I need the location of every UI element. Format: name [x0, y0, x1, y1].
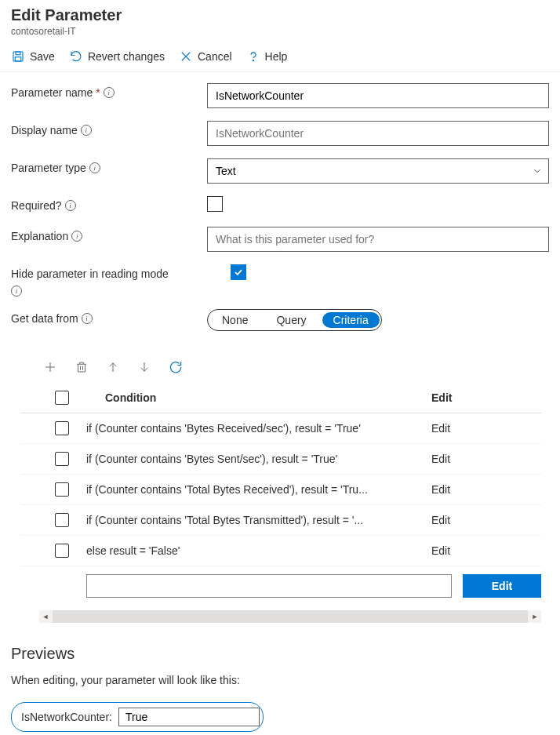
previews-heading: Previews [11, 645, 549, 663]
label-required: Required? [11, 199, 62, 212]
page-subtitle: contosoretail-IT [11, 26, 549, 37]
preview-pill-label: IsNetworkCounter: [21, 711, 112, 723]
label-parameter-name: Parameter name [11, 86, 93, 99]
previews-section: Previews When editing, your parameter wi… [0, 623, 560, 735]
row-parameter-type: Parameter type i [11, 158, 549, 184]
scroll-right-icon[interactable]: ► [529, 613, 541, 620]
form: Parameter name * i Display name i Parame… [0, 72, 560, 623]
required-star: * [96, 86, 100, 99]
table-row: if (Counter contains 'Total Bytes Receiv… [20, 475, 541, 505]
help-button[interactable]: Help [246, 49, 288, 64]
row-checkbox[interactable] [55, 421, 69, 435]
edit-button[interactable]: Edit [463, 574, 541, 598]
row-condition: if (Counter contains 'Bytes Received/sec… [86, 422, 431, 435]
row-checkbox[interactable] [55, 452, 69, 466]
col-edit-header: Edit [431, 391, 541, 404]
scrollbar-thumb[interactable] [53, 610, 528, 623]
label-get-data-from: Get data from [11, 312, 78, 325]
info-icon[interactable]: i [81, 125, 92, 136]
svg-point-3 [253, 60, 253, 61]
table-row: else result = 'False' Edit [20, 536, 541, 566]
scroll-left-icon[interactable]: ◄ [39, 613, 52, 620]
save-icon [11, 49, 25, 64]
row-required: Required? i [11, 196, 549, 214]
table-row: if (Counter contains 'Total Bytes Transm… [20, 505, 541, 536]
label-display-name: Display name [11, 124, 78, 136]
arrow-down-icon [137, 360, 151, 374]
row-display-name: Display name i [11, 121, 549, 146]
cancel-label: Cancel [198, 50, 232, 63]
close-icon [179, 49, 193, 64]
svg-rect-1 [16, 52, 20, 55]
row-edit-link[interactable]: Edit [431, 422, 541, 435]
parameter-name-input[interactable] [207, 83, 549, 108]
row-edit-link[interactable]: Edit [431, 544, 541, 557]
preview-pill: IsNetworkCounter: [11, 702, 264, 732]
row-edit-link[interactable]: Edit [431, 453, 541, 465]
parameter-type-select[interactable] [207, 158, 549, 184]
table-row: if (Counter contains 'Bytes Sent/sec'), … [20, 444, 541, 475]
row-checkbox[interactable] [55, 544, 69, 558]
table-footer-row: Edit [20, 566, 541, 606]
seg-criteria[interactable]: Criteria [322, 312, 380, 328]
help-icon [246, 49, 260, 64]
seg-query[interactable]: Query [262, 311, 320, 329]
table-row: if (Counter contains 'Bytes Received/sec… [20, 413, 541, 444]
row-checkbox[interactable] [55, 513, 69, 527]
label-parameter-type: Parameter type [11, 162, 86, 174]
label-hide-param: Hide parameter in reading mode [11, 267, 169, 280]
row-edit-link[interactable]: Edit [431, 483, 541, 496]
delete-button[interactable] [74, 359, 89, 375]
move-up-button[interactable] [105, 359, 121, 375]
help-label: Help [265, 50, 288, 63]
preview-pill-input[interactable] [118, 708, 260, 726]
row-get-data-from: Get data from i None Query Criteria [11, 309, 549, 331]
info-icon[interactable]: i [104, 87, 115, 98]
svg-rect-2 [15, 57, 21, 61]
check-icon [233, 267, 244, 278]
horizontal-scrollbar[interactable]: ◄ ► [39, 610, 541, 623]
row-edit-link[interactable]: Edit [431, 514, 541, 526]
criteria-table: Condition Edit if (Counter contains 'Byt… [20, 384, 541, 606]
revert-button[interactable]: Revert changes [69, 49, 165, 64]
info-icon[interactable]: i [71, 231, 82, 242]
row-checkbox[interactable] [55, 482, 69, 497]
row-condition: if (Counter contains 'Total Bytes Receiv… [86, 483, 431, 496]
required-checkbox[interactable] [207, 196, 223, 212]
save-button[interactable]: Save [11, 49, 55, 64]
add-button[interactable] [42, 359, 58, 375]
toolbar: Save Revert changes Cancel Help [0, 40, 560, 72]
revert-icon [69, 49, 83, 64]
label-explanation: Explanation [11, 230, 68, 242]
info-icon[interactable]: i [11, 286, 22, 297]
get-data-from-segmented: None Query Criteria [207, 309, 382, 331]
table-header: Condition Edit [20, 384, 541, 413]
row-condition: if (Counter contains 'Bytes Sent/sec'), … [86, 453, 431, 465]
move-down-button[interactable] [136, 359, 152, 375]
hide-param-info: i [11, 283, 549, 297]
display-name-input[interactable] [207, 121, 549, 146]
trash-icon [75, 360, 89, 374]
header: Edit Parameter contosoretail-IT [0, 0, 560, 40]
seg-none[interactable]: None [208, 311, 262, 329]
col-condition-header: Condition [105, 391, 431, 404]
row-hide-param: Hide parameter in reading mode [11, 264, 549, 280]
row-condition: if (Counter contains 'Total Bytes Transm… [86, 514, 431, 526]
cancel-button[interactable]: Cancel [179, 49, 232, 64]
revert-label: Revert changes [88, 50, 165, 63]
info-icon[interactable]: i [89, 162, 100, 173]
refresh-button[interactable] [168, 359, 184, 375]
row-parameter-name: Parameter name * i [11, 83, 549, 108]
info-icon[interactable]: i [82, 313, 93, 324]
page-title: Edit Parameter [11, 6, 549, 24]
select-all-checkbox[interactable] [55, 391, 69, 405]
hide-param-checkbox[interactable] [231, 264, 246, 280]
previews-description: When editing, your parameter will look l… [11, 674, 549, 686]
new-condition-input[interactable] [86, 574, 452, 598]
explanation-input[interactable] [207, 227, 549, 252]
row-condition: else result = 'False' [86, 544, 431, 557]
parameter-type-value[interactable] [207, 158, 549, 184]
criteria-toolbar [11, 344, 549, 384]
save-label: Save [30, 50, 55, 63]
info-icon[interactable]: i [65, 200, 76, 211]
